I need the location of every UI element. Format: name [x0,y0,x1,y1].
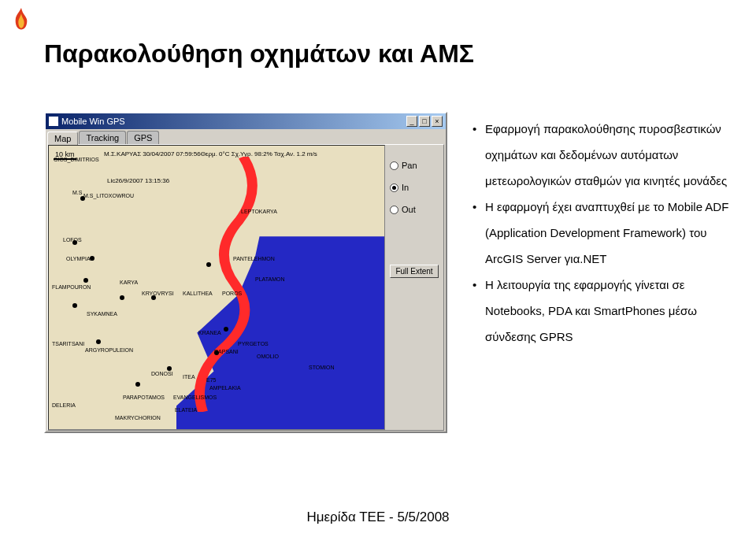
map-controls: Pan In Out Full Extent [385,145,443,430]
radio-label: In [402,183,409,192]
radio-out[interactable]: Out [390,205,439,214]
map-label: AMPELAKIA [209,385,241,391]
list-item: μετεωρολογικών σταθμών για κινητές μονάδ… [472,170,740,191]
map-label: EVANGELISMOS [173,395,217,400]
tab-gps[interactable]: GPS [127,131,159,144]
app-icon [49,117,58,126]
tab-map[interactable]: Map [47,132,78,145]
tab-tracking[interactable]: Tracking [79,131,126,144]
minimize-button[interactable]: _ [406,116,417,127]
radio-icon [390,161,398,170]
map-label: ELATEIA [175,407,197,413]
map-label: OLYMPIAS [66,256,94,261]
page-title: Παρακολούθηση οχημάτων και ΑΜΣ [44,39,474,69]
list-item: (Application Development Framework) του [472,222,740,243]
map-label: M.S_LITOXOWROU [83,193,134,198]
close-button[interactable]: × [432,116,443,127]
bullet-text: Η εφαρμογή έχει αναπτυχθεί με το Mobile … [485,200,728,213]
list-item: Notebooks, PDA και SmartPhones μέσω [472,300,740,321]
map-label: KARYA [120,280,138,285]
list-item: Η εφαρμογή έχει αναπτυχθεί με το Mobile … [472,196,740,217]
map-label: ITEA [183,374,195,380]
map-label: KRYOVRYSI [142,291,174,296]
list-item: οχημάτων και δεδομένων αυτόματων [472,144,740,165]
map-label: SYKAMNEA [87,311,117,317]
bullet-text: σύνδεσης GPRS [485,330,573,343]
map-label: DONOSI [151,371,173,376]
bullet-text: Η λειτουργία της εφαρμογής γίνεται σε [485,278,684,291]
map-label: GIOS_DIMITRIOS [54,157,99,162]
bullet-text: Notebooks, PDA και SmartPhones μέσω [485,304,697,317]
map-point [135,382,140,387]
full-extent-button[interactable]: Full Extent [390,265,439,278]
map-label: E75 [206,377,216,383]
footer-text: Ημερίδα ΤΕΕ - 5/5/2008 [0,510,756,525]
map-label: MAKRYCHORION [115,415,161,421]
map-canvas[interactable]: 10 km Μ.Σ.ΚΑΡΥΑΣ 30/04/2007 07:59:56Θερμ… [48,145,385,430]
list-item: ArcGIS Server για.NET [472,248,740,269]
map-container: 10 km Μ.Σ.ΚΑΡΥΑΣ 30/04/2007 07:59:56Θερμ… [47,144,444,431]
map-point [224,327,228,332]
app-window: Mobile Win GPS _ □ × Map Tracking GPS 10… [44,112,447,433]
map-label: ARGYROPULEION [85,347,133,353]
map-label: M.S [72,190,82,195]
map-label: RAPSANI [214,349,239,354]
flame-icon [13,8,30,30]
window-title: Mobile Win GPS [61,117,125,126]
list-item: σύνδεσης GPRS [472,326,740,347]
map-point [83,278,88,283]
radio-pan[interactable]: Pan [390,161,439,170]
map-point [96,339,101,344]
map-point [120,295,124,300]
bullet-text: Εφαρμογή παρακολούθησης πυροσβεστικών [485,122,721,135]
map-label: DELERIA [52,402,76,408]
bullet-text: οχημάτων και δεδομένων αυτόματων [485,148,678,161]
map-label: TSARITSANI [52,341,84,346]
map-label: LOFOS [63,237,82,243]
map-label: PYRGETOS [238,341,269,346]
map-label: POROS [222,291,242,296]
map-label: STOMION [309,365,335,370]
map-label: PARAPOTAMOS [123,395,165,400]
list-item: Η λειτουργία της εφαρμογής γίνεται σε [472,274,740,295]
radio-label: Out [402,205,416,214]
map-label: PANTELEHMON [233,256,275,261]
map-label: KALLITHEA [183,291,213,296]
radio-icon [390,183,398,192]
map-point [206,262,211,267]
map-point [72,303,77,308]
titlebar: Mobile Win GPS _ □ × [46,113,446,129]
bullet-text: μετεωρολογικών σταθμών για κινητές μονάδ… [485,174,727,187]
radio-in[interactable]: In [390,183,439,192]
tabs: Map Tracking GPS [46,129,446,144]
bullet-text: ArcGIS Server για.NET [485,252,607,265]
bullet-text: (Application Development Framework) του [485,226,707,239]
map-label: PLATAMON [255,276,284,282]
map-label: LEPTOKARYA [241,209,277,214]
bullet-list: Εφαρμογή παρακολούθησης πυροσβεστικών οχ… [472,118,740,352]
window-controls: _ □ × [406,116,443,127]
radio-icon [390,206,398,214]
radio-label: Pan [402,161,417,170]
map-label: OMOLIO [257,354,279,359]
map-label: KRANEA [198,330,221,335]
map-label: FLAMPOURON [52,284,91,290]
list-item: Εφαρμογή παρακολούθησης πυροσβεστικών [472,118,740,139]
maximize-button[interactable]: □ [419,116,430,127]
